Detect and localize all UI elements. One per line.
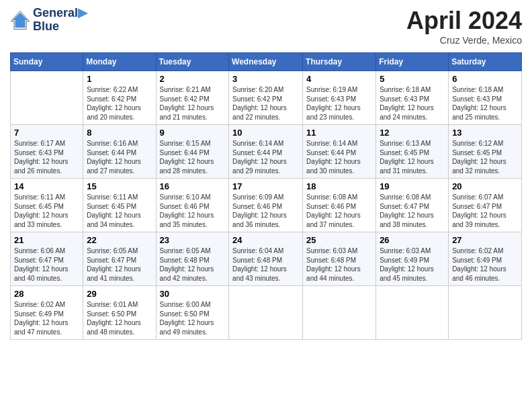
calendar-cell: 12Sunrise: 6:13 AMSunset: 6:45 PMDayligh… bbox=[376, 125, 449, 179]
cell-details: Sunrise: 6:12 AMSunset: 6:45 PMDaylight:… bbox=[452, 139, 518, 175]
day-number: 14 bbox=[14, 181, 79, 191]
calendar-week-row: 28Sunrise: 6:02 AMSunset: 6:49 PMDayligh… bbox=[11, 286, 522, 340]
svg-marker-0 bbox=[13, 13, 28, 28]
day-number: 29 bbox=[87, 289, 152, 299]
day-number: 23 bbox=[160, 235, 226, 245]
calendar-cell: 26Sunrise: 6:03 AMSunset: 6:49 PMDayligh… bbox=[376, 232, 449, 286]
cell-details: Sunrise: 6:09 AMSunset: 6:46 PMDaylight:… bbox=[232, 193, 299, 229]
day-number: 25 bbox=[306, 235, 372, 245]
cell-details: Sunrise: 6:02 AMSunset: 6:49 PMDaylight:… bbox=[14, 300, 79, 336]
calendar-cell: 13Sunrise: 6:12 AMSunset: 6:45 PMDayligh… bbox=[449, 125, 522, 179]
day-number: 12 bbox=[380, 128, 445, 138]
calendar-cell: 29Sunrise: 6:01 AMSunset: 6:50 PMDayligh… bbox=[83, 286, 156, 340]
header-row: SundayMondayTuesdayWednesdayThursdayFrid… bbox=[11, 53, 522, 71]
day-number: 27 bbox=[452, 235, 518, 245]
calendar-cell: 16Sunrise: 6:10 AMSunset: 6:46 PMDayligh… bbox=[156, 179, 229, 232]
calendar-cell: 8Sunrise: 6:16 AMSunset: 6:44 PMDaylight… bbox=[83, 125, 156, 179]
day-number: 16 bbox=[160, 181, 226, 191]
calendar-week-row: 7Sunrise: 6:17 AMSunset: 6:43 PMDaylight… bbox=[11, 125, 522, 179]
calendar-cell: 11Sunrise: 6:14 AMSunset: 6:44 PMDayligh… bbox=[303, 125, 376, 179]
cell-details: Sunrise: 6:05 AMSunset: 6:47 PMDaylight:… bbox=[87, 246, 152, 283]
calendar-cell: 6Sunrise: 6:18 AMSunset: 6:43 PMDaylight… bbox=[449, 71, 522, 125]
cell-details: Sunrise: 6:14 AMSunset: 6:44 PMDaylight:… bbox=[306, 139, 372, 175]
cell-details: Sunrise: 6:16 AMSunset: 6:44 PMDaylight:… bbox=[87, 139, 152, 175]
calendar-cell: 7Sunrise: 6:17 AMSunset: 6:43 PMDaylight… bbox=[11, 125, 83, 179]
day-number: 8 bbox=[87, 128, 152, 138]
day-number: 17 bbox=[232, 181, 299, 191]
day-number: 21 bbox=[14, 235, 79, 245]
cell-details: Sunrise: 6:22 AMSunset: 6:42 PMDaylight:… bbox=[87, 85, 152, 122]
day-header: Saturday bbox=[449, 53, 522, 71]
location: Cruz Verde, Mexico bbox=[406, 35, 522, 46]
day-number: 11 bbox=[306, 128, 372, 138]
calendar-cell: 17Sunrise: 6:09 AMSunset: 6:46 PMDayligh… bbox=[229, 179, 303, 232]
calendar-cell: 3Sunrise: 6:20 AMSunset: 6:42 PMDaylight… bbox=[229, 71, 303, 125]
day-number: 9 bbox=[160, 128, 226, 138]
cell-details: Sunrise: 6:14 AMSunset: 6:44 PMDaylight:… bbox=[232, 139, 299, 175]
day-number: 10 bbox=[232, 128, 299, 138]
day-header: Sunday bbox=[11, 53, 83, 71]
cell-details: Sunrise: 6:07 AMSunset: 6:47 PMDaylight:… bbox=[452, 193, 518, 229]
calendar-cell: 20Sunrise: 6:07 AMSunset: 6:47 PMDayligh… bbox=[449, 179, 522, 232]
calendar-cell: 27Sunrise: 6:02 AMSunset: 6:49 PMDayligh… bbox=[449, 232, 522, 286]
cell-details: Sunrise: 6:15 AMSunset: 6:44 PMDaylight:… bbox=[160, 139, 226, 175]
day-number: 1 bbox=[87, 74, 152, 84]
day-header: Thursday bbox=[303, 53, 376, 71]
logo-text: General▶ Blue bbox=[33, 7, 87, 34]
cell-details: Sunrise: 6:18 AMSunset: 6:43 PMDaylight:… bbox=[452, 85, 518, 122]
calendar-cell: 23Sunrise: 6:05 AMSunset: 6:48 PMDayligh… bbox=[156, 232, 229, 286]
calendar-week-row: 21Sunrise: 6:06 AMSunset: 6:47 PMDayligh… bbox=[11, 232, 522, 286]
day-header: Friday bbox=[376, 53, 449, 71]
title-block: April 2024 Cruz Verde, Mexico bbox=[406, 7, 522, 46]
logo: General▶ Blue bbox=[10, 7, 87, 34]
day-header: Tuesday bbox=[156, 53, 229, 71]
day-number: 6 bbox=[452, 74, 518, 84]
calendar-cell bbox=[229, 286, 303, 340]
calendar-cell: 30Sunrise: 6:00 AMSunset: 6:50 PMDayligh… bbox=[156, 286, 229, 340]
cell-details: Sunrise: 6:18 AMSunset: 6:43 PMDaylight:… bbox=[380, 85, 445, 122]
cell-details: Sunrise: 6:17 AMSunset: 6:43 PMDaylight:… bbox=[14, 139, 79, 175]
day-number: 24 bbox=[232, 235, 299, 245]
day-number: 3 bbox=[232, 74, 299, 84]
calendar-cell: 2Sunrise: 6:21 AMSunset: 6:42 PMDaylight… bbox=[156, 71, 229, 125]
cell-details: Sunrise: 6:01 AMSunset: 6:50 PMDaylight:… bbox=[87, 300, 152, 336]
day-number: 20 bbox=[452, 181, 518, 191]
calendar-cell: 24Sunrise: 6:04 AMSunset: 6:48 PMDayligh… bbox=[229, 232, 303, 286]
cell-details: Sunrise: 6:04 AMSunset: 6:48 PMDaylight:… bbox=[232, 246, 299, 283]
day-number: 22 bbox=[87, 235, 152, 245]
cell-details: Sunrise: 6:00 AMSunset: 6:50 PMDaylight:… bbox=[160, 300, 226, 336]
day-number: 28 bbox=[14, 289, 79, 299]
cell-details: Sunrise: 6:05 AMSunset: 6:48 PMDaylight:… bbox=[160, 246, 226, 283]
calendar-week-row: 14Sunrise: 6:11 AMSunset: 6:45 PMDayligh… bbox=[11, 179, 522, 232]
calendar-cell: 28Sunrise: 6:02 AMSunset: 6:49 PMDayligh… bbox=[11, 286, 83, 340]
day-number: 30 bbox=[160, 289, 226, 299]
cell-details: Sunrise: 6:08 AMSunset: 6:47 PMDaylight:… bbox=[380, 193, 445, 229]
day-number: 13 bbox=[452, 128, 518, 138]
day-number: 26 bbox=[380, 235, 445, 245]
calendar-table: SundayMondayTuesdayWednesdayThursdayFrid… bbox=[10, 52, 522, 340]
day-number: 2 bbox=[160, 74, 226, 84]
cell-details: Sunrise: 6:03 AMSunset: 6:48 PMDaylight:… bbox=[306, 246, 372, 283]
calendar-cell: 22Sunrise: 6:05 AMSunset: 6:47 PMDayligh… bbox=[83, 232, 156, 286]
day-number: 4 bbox=[306, 74, 372, 84]
cell-details: Sunrise: 6:21 AMSunset: 6:42 PMDaylight:… bbox=[160, 85, 226, 122]
cell-details: Sunrise: 6:06 AMSunset: 6:47 PMDaylight:… bbox=[14, 246, 79, 283]
page-header: General▶ Blue April 2024 Cruz Verde, Mex… bbox=[10, 7, 522, 46]
calendar-cell: 1Sunrise: 6:22 AMSunset: 6:42 PMDaylight… bbox=[83, 71, 156, 125]
cell-details: Sunrise: 6:20 AMSunset: 6:42 PMDaylight:… bbox=[232, 85, 299, 122]
calendar-cell: 19Sunrise: 6:08 AMSunset: 6:47 PMDayligh… bbox=[376, 179, 449, 232]
cell-details: Sunrise: 6:02 AMSunset: 6:49 PMDaylight:… bbox=[452, 246, 518, 283]
calendar-cell: 25Sunrise: 6:03 AMSunset: 6:48 PMDayligh… bbox=[303, 232, 376, 286]
cell-details: Sunrise: 6:19 AMSunset: 6:43 PMDaylight:… bbox=[306, 85, 372, 122]
calendar-cell bbox=[449, 286, 522, 340]
calendar-cell bbox=[303, 286, 376, 340]
calendar-cell: 18Sunrise: 6:08 AMSunset: 6:46 PMDayligh… bbox=[303, 179, 376, 232]
calendar-cell: 10Sunrise: 6:14 AMSunset: 6:44 PMDayligh… bbox=[229, 125, 303, 179]
calendar-cell: 15Sunrise: 6:11 AMSunset: 6:45 PMDayligh… bbox=[83, 179, 156, 232]
cell-details: Sunrise: 6:03 AMSunset: 6:49 PMDaylight:… bbox=[380, 246, 445, 283]
calendar-cell: 4Sunrise: 6:19 AMSunset: 6:43 PMDaylight… bbox=[303, 71, 376, 125]
calendar-cell: 9Sunrise: 6:15 AMSunset: 6:44 PMDaylight… bbox=[156, 125, 229, 179]
cell-details: Sunrise: 6:11 AMSunset: 6:45 PMDaylight:… bbox=[87, 193, 152, 229]
day-number: 19 bbox=[380, 181, 445, 191]
month-title: April 2024 bbox=[406, 7, 522, 35]
